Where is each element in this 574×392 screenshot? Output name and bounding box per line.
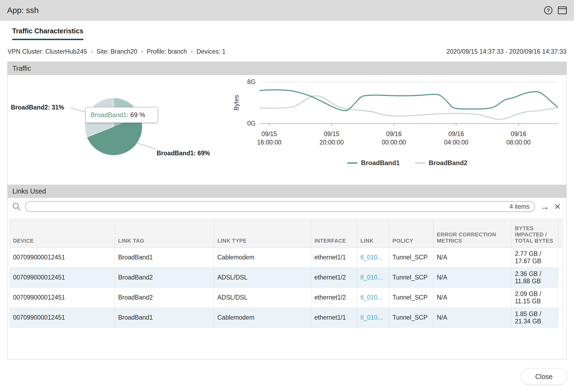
items-count-badge: 4 items [509,203,530,210]
search-icon [12,202,21,211]
cell: 007099000012451 [10,268,115,288]
cell: 007099000012451 [10,308,115,328]
cell: BroadBand2 [115,288,214,308]
tooltip-value: : 69 % [127,111,145,119]
window-icon[interactable] [558,6,567,15]
legend-item-broadband2: BroadBand2 [415,159,467,167]
links-table-container: DEVICELINK TAGLINK TYPEINTERFACELINKPOLI… [8,215,566,328]
column-header[interactable]: LINK [357,219,389,248]
apply-filter-arrow-icon[interactable]: → [540,202,550,211]
devices-label: Devices: 1 [196,48,225,55]
search-field-container: 4 items [25,201,535,212]
cell: ethernet1/2 [311,288,357,308]
cell: Tunnel_SCP [389,248,434,268]
cell: N/A [434,288,512,308]
close-button[interactable]: Close [521,368,567,385]
y-tick-0g: 0G [240,120,256,127]
cell: BroadBand1 [115,308,214,328]
table-header-row: DEVICELINK TAGLINK TYPEINTERFACELINKPOLI… [10,219,563,248]
cell: 007099000012451 [10,248,115,268]
site-label: Site: Branch20 [96,48,137,55]
cell: ethernet1/2 [311,268,357,288]
bullet-separator [91,51,93,53]
x-tick-label: 09/15 16:00:00 [246,130,292,147]
legend-label-broadband1: BroadBand1 [361,159,400,167]
column-header[interactable]: LINK TAG [115,219,214,248]
cell: ethernet1/1 [311,248,357,268]
cell: 2.77 GB / 17.67 GB [512,248,558,268]
clear-filter-icon[interactable]: ✕ [554,203,561,211]
page-title: App: ssh [7,6,39,15]
traffic-charts-area: BroadBand2: 31% BroadBand1: 69% BroadBan… [8,75,566,185]
links-section-header: Links Used [8,185,566,198]
y-axis-label: Bytes [233,93,240,112]
cell: ADSL/DSL [214,288,311,308]
cell: N/A [434,268,512,288]
links-section-title: Links Used [12,187,46,195]
y-tick-8g: 8G [240,78,256,86]
x-tick-label: 09/16 08:00:00 [495,130,541,147]
chart-legend: BroadBand1 BroadBand2 [257,159,557,167]
cell: BroadBand2 [115,268,214,288]
cell: N/A [434,248,512,268]
scrollbar-strip-cell [558,308,563,328]
search-input[interactable] [25,203,534,210]
table-row: 007099000012451BroadBand1Cablemodemether… [10,308,563,328]
column-header[interactable]: BYTES IMPACTED / TOTAL BYTES [512,219,558,248]
column-header[interactable]: DEVICE [10,219,115,248]
table-row: 007099000012451BroadBand2ADSL/DSLetherne… [10,268,563,288]
table-toolbar: 4 items → ✕ [8,198,566,215]
cell: ADSL/DSL [214,268,311,288]
pie-tooltip: BroadBand1: 69 % [85,107,158,123]
svg-text:?: ? [547,8,550,13]
x-tick-label: 09/16 00:00:00 [371,130,417,147]
vpn-cluster-label: VPN Cluster: ClusterHub245 [8,48,87,55]
help-icon[interactable]: ? [544,6,553,15]
table-row: 007099000012451BroadBand2ADSL/DSLetherne… [10,288,563,308]
main-panel: Traffic BroadBand2: 31% BroadBand1: 69% … [7,62,567,359]
pie-callout-broadband2: BroadBand2: 31% [11,104,64,111]
tab-traffic-characteristics[interactable]: Traffic Characteristics [12,27,83,40]
legend-swatch-broadband1 [347,162,357,164]
traffic-pie-chart[interactable] [8,75,238,185]
scrollbar-strip-cell [558,268,563,288]
legend-item-broadband1: BroadBand1 [347,159,400,167]
column-header[interactable]: INTERFACE [311,219,357,248]
link-cell[interactable]: tl_010... [357,288,389,308]
cell: 1.85 GB / 21.34 GB [512,308,558,328]
table-row: 007099000012451BroadBand1Cablemodemether… [10,248,563,268]
legend-label-broadband2: BroadBand2 [429,159,467,167]
callout-line [137,143,156,149]
profile-label: Profile: branch [147,48,187,55]
legend-swatch-broadband2 [415,162,425,164]
column-header[interactable]: LINK TYPE [214,219,311,248]
tab-bar: Traffic Characteristics [12,27,83,40]
link-cell[interactable]: tl_010... [357,248,389,268]
traffic-line-chart[interactable] [257,80,561,128]
scrollbar-strip-cell [558,288,563,308]
tooltip-series-name: BroadBand1 [91,111,127,119]
link-cell[interactable]: tl_010... [357,268,389,288]
links-table: DEVICELINK TAGLINK TYPEINTERFACELINKPOLI… [9,219,563,328]
cell: Tunnel_SCP [389,308,434,328]
window-header: App: ssh ? [0,0,574,21]
traffic-section-title: Traffic [12,65,31,72]
context-bar: VPN Cluster: ClusterHub245 Site: Branch2… [8,47,566,56]
cell: Cablemodem [214,308,311,328]
column-header[interactable]: POLICY [389,219,434,248]
date-range: 2020/09/15 14:37:33 - 2020/09/16 14:37:3… [446,48,566,55]
x-tick-label: 09/16 04:00:00 [433,130,479,147]
bullet-separator [191,51,193,53]
cell: Tunnel_SCP [389,268,434,288]
cell: N/A [434,308,512,328]
x-tick-label: 09/15 20:00:00 [308,130,354,147]
column-header[interactable]: ERROR CORRECTION METRICS [434,219,512,248]
link-cell[interactable]: tl_010... [357,308,389,328]
scrollbar-strip [558,219,563,248]
pie-callout-broadband1: BroadBand1: 69% [157,150,210,157]
cell: 007099000012451 [10,288,115,308]
bullet-separator [141,51,143,53]
cell: Tunnel_SCP [389,288,434,308]
cell: 2.09 GB / 11.15 GB [512,288,558,308]
app-dialog: App: ssh ? Traffic Characteristics VPN C… [0,0,574,392]
